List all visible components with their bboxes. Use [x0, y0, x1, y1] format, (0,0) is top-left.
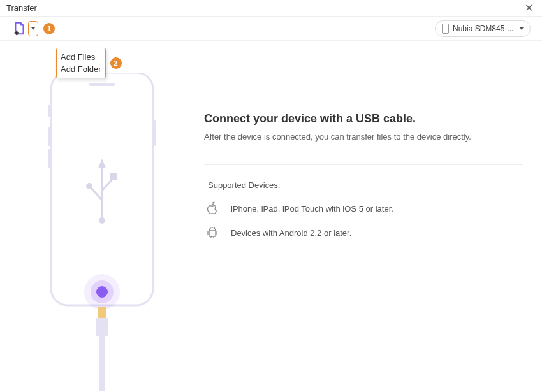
device-select[interactable]: Nubia SDM845-... — [435, 20, 531, 37]
content: Connect your device with a USB cable. Af… — [0, 41, 542, 391]
svg-rect-6 — [48, 149, 50, 168]
add-dropdown-menu: Add Files Add Folder 2 — [56, 48, 106, 78]
right-pane: Connect your device with a USB cable. Af… — [204, 54, 542, 391]
menu-add-files[interactable]: Add Files — [59, 51, 103, 63]
svg-point-11 — [86, 183, 92, 189]
menu-add-folder[interactable]: Add Folder — [59, 63, 103, 75]
supported-apple-row: iPhone, iPad, iPod Touch with iOS 5 or l… — [204, 201, 523, 215]
phone-illustration — [0, 54, 204, 391]
supported-devices-label: Supported Devices: — [204, 180, 523, 190]
svg-point-21 — [210, 229, 211, 229]
svg-rect-12 — [110, 173, 117, 180]
android-icon — [205, 226, 219, 240]
callout-badge-1: 1 — [43, 23, 55, 34]
svg-point-22 — [213, 229, 214, 229]
window-title: Transfer — [6, 3, 37, 13]
supported-android-row: Devices with Android 2.2 or later. — [204, 226, 523, 240]
usb-phone-icon — [38, 73, 166, 391]
callout-badge-2: 2 — [110, 57, 122, 69]
device-selected-label: Nubia SDM845-... — [453, 24, 513, 33]
chevron-down-icon — [520, 27, 524, 30]
divider — [204, 164, 523, 165]
phone-icon — [442, 24, 449, 34]
svg-point-10 — [99, 217, 105, 224]
svg-rect-16 — [98, 307, 106, 318]
apple-icon — [205, 201, 219, 215]
svg-rect-5 — [48, 127, 50, 146]
svg-rect-7 — [154, 120, 156, 146]
connect-subline: After the device is connected, you can t… — [204, 132, 523, 142]
svg-point-15 — [96, 286, 108, 298]
add-dropdown-toggle[interactable] — [28, 21, 38, 36]
svg-marker-9 — [98, 159, 106, 168]
connect-headline: Connect your device with a USB cable. — [204, 112, 523, 126]
svg-rect-18 — [99, 336, 105, 391]
titlebar: Transfer ✕ — [0, 0, 542, 17]
supported-apple-text: iPhone, iPad, iPod Touch with iOS 5 or l… — [231, 204, 393, 214]
close-icon[interactable]: ✕ — [522, 2, 536, 14]
toolbar: 1 Add Files Add Folder 2 Nubia SDM845-..… — [0, 17, 542, 41]
add-file-icon — [11, 21, 27, 36]
svg-rect-17 — [96, 318, 108, 336]
svg-rect-3 — [89, 83, 115, 86]
supported-android-text: Devices with Android 2.2 or later. — [231, 228, 351, 238]
chevron-down-icon — [31, 27, 35, 30]
svg-rect-4 — [48, 105, 50, 117]
add-button[interactable] — [11, 21, 38, 36]
